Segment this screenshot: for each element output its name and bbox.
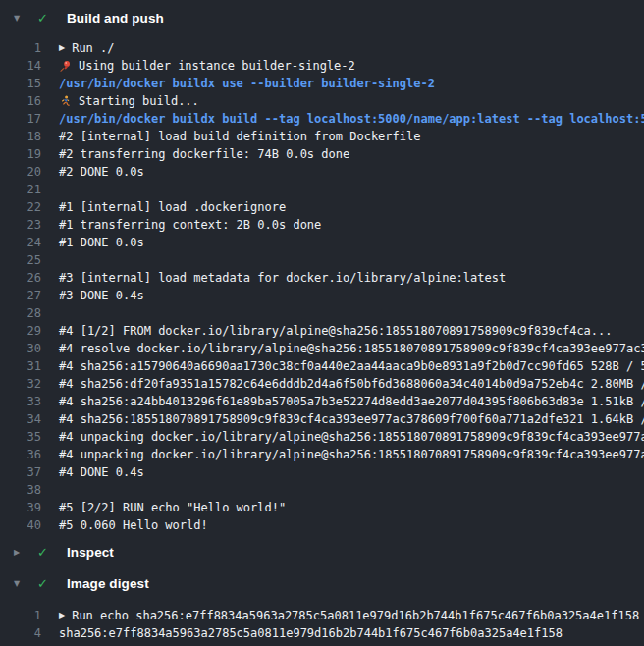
line-number[interactable]: 35 [0,428,41,446]
log-section-image-digest: ▼✓Image digest1▶Run echo sha256:e7ff8834… [0,573,644,642]
section-header-build-and-push[interactable]: ▼✓Build and push [0,8,644,27]
log-line: 22#1 [internal] load .dockerignore [0,198,644,216]
log-line: 1▶Run echo sha256:e7ff8834a5963a2785c5a0… [0,607,644,624]
line-number[interactable]: 1 [0,607,41,624]
line-number[interactable]: 38 [0,481,41,499]
line-number[interactable]: 32 [0,375,41,393]
line-number[interactable]: 31 [0,357,41,375]
log-line: 40#5 0.060 Hello world! [0,516,644,534]
line-number[interactable]: 16 [0,92,41,110]
log-text: #3 DONE 0.4s [59,287,144,304]
line-number[interactable]: 28 [0,304,41,322]
log-text: #1 DONE 0.0s [59,234,144,251]
log-text: #4 sha256:df20fa9351a15782c64e6dddb2d4a6… [59,375,644,393]
runner-emoji [59,92,73,110]
log-line: 32#4 sha256:df20fa9351a15782c64e6dddb2d4… [0,375,644,393]
log-line: 16Starting build... [0,92,644,110]
log-block: 1▶Run echo sha256:e7ff8834a5963a2785c5a0… [0,607,644,642]
command-text: /usr/bin/docker buildx build --tag local… [59,110,644,128]
line-number[interactable]: 14 [0,57,41,75]
line-number[interactable]: 19 [0,145,41,163]
log-line: 15/usr/bin/docker buildx use --builder b… [0,75,644,92]
line-number[interactable]: 24 [0,234,41,251]
run-step-label[interactable]: Run ./ [72,39,114,57]
pushpin-emoji [59,57,73,75]
run-step-label[interactable]: Run echo sha256:e7ff8834a5963a2785c5a081… [72,607,639,624]
log-line: 33#4 sha256:a24bb4013296f61e89ba57005a7b… [0,393,644,410]
log-line: 24#1 DONE 0.0s [0,234,644,251]
log-line: 21 [0,181,644,198]
log-text: #1 transferring context: 2B 0.0s done [59,216,321,234]
workflow-log-viewer: ▼✓Build and push1▶Run ./14Using builder … [0,0,644,646]
chevron-down-icon[interactable]: ▼ [14,14,27,23]
line-number[interactable]: 21 [0,181,41,198]
success-check-icon: ✓ [37,576,53,591]
line-number[interactable]: 20 [0,163,41,181]
line-number[interactable]: 30 [0,340,41,357]
log-line: 36#4 unpacking docker.io/library/alpine@… [0,446,644,463]
log-line: 28 [0,304,644,322]
log-line: 30#4 resolve docker.io/library/alpine@sh… [0,340,644,357]
log-block: 1▶Run ./14Using builder instance builder… [0,39,644,534]
log-text: #5 [2/2] RUN echo "Hello world!" [59,499,286,516]
section-title: Image digest [67,576,149,591]
command-text: /usr/bin/docker buildx use --builder bui… [59,75,435,92]
log-line: 25 [0,251,644,269]
log-text: #4 sha256:185518070891758909c9f839cf4ca3… [59,410,644,428]
line-number[interactable]: 25 [0,251,41,269]
log-text: #1 [internal] load .dockerignore [59,198,286,216]
expand-step-icon[interactable]: ▶ [59,607,65,624]
log-line: 29#4 [1/2] FROM docker.io/library/alpine… [0,322,644,340]
line-number[interactable]: 34 [0,410,41,428]
log-text: sha256:e7ff8834a5963a2785c5a0811e979d16b… [59,624,563,642]
chevron-down-icon[interactable]: ▼ [14,579,27,588]
section-title: Build and push [67,11,164,26]
log-line: 18#2 [internal] load build definition fr… [0,128,644,145]
log-line: 17/usr/bin/docker buildx build --tag loc… [0,110,644,128]
log-text: #4 sha256:a24bb4013296f61e89ba57005a7b3e… [59,393,644,410]
log-text: Using builder instance builder-single-2 [79,57,355,75]
line-number[interactable]: 36 [0,446,41,463]
success-check-icon: ✓ [37,11,53,26]
section-header-inspect[interactable]: ▶✓Inspect [0,542,644,562]
line-number[interactable]: 17 [0,110,41,128]
line-number[interactable]: 18 [0,128,41,145]
log-text: #4 sha256:a15790640a6690aa1730c38cf0a440… [59,357,644,375]
log-line: 39#5 [2/2] RUN echo "Hello world!" [0,499,644,516]
line-number[interactable]: 15 [0,75,41,92]
log-text: #4 [1/2] FROM docker.io/library/alpine@s… [59,322,613,340]
log-line: 20#2 DONE 0.0s [0,163,644,181]
line-number[interactable]: 27 [0,287,41,304]
log-text: #4 unpacking docker.io/library/alpine@sh… [59,446,644,463]
line-number[interactable]: 40 [0,516,41,534]
log-line: 14Using builder instance builder-single-… [0,57,644,75]
log-line: 31#4 sha256:a15790640a6690aa1730c38cf0a4… [0,357,644,375]
chevron-right-icon[interactable]: ▶ [14,548,27,557]
line-number[interactable]: 33 [0,393,41,410]
log-section-build-and-push: ▼✓Build and push1▶Run ./14Using builder … [0,8,644,534]
log-text: #5 0.060 Hello world! [59,516,208,534]
line-number[interactable]: 39 [0,499,41,516]
log-text: #2 transferring dockerfile: 74B 0.0s don… [59,145,349,163]
line-number[interactable]: 22 [0,198,41,216]
log-text: #3 [internal] load metadata for docker.i… [59,269,506,287]
line-number[interactable]: 1 [0,39,41,57]
line-number[interactable]: 29 [0,322,41,340]
line-number[interactable]: 4 [0,624,41,642]
log-line: 37#4 DONE 0.4s [0,463,644,481]
log-text: #2 DONE 0.0s [59,163,144,181]
log-line: 35#4 unpacking docker.io/library/alpine@… [0,428,644,446]
line-number[interactable]: 23 [0,216,41,234]
log-line: 23#1 transferring context: 2B 0.0s done [0,216,644,234]
log-text: #4 DONE 0.4s [59,463,144,481]
log-text: #4 resolve docker.io/library/alpine@sha2… [59,340,644,357]
log-text: #2 [internal] load build definition from… [59,128,420,145]
log-line: 1▶Run ./ [0,39,644,57]
line-number[interactable]: 26 [0,269,41,287]
expand-step-icon[interactable]: ▶ [59,39,65,57]
log-line: 19#2 transferring dockerfile: 74B 0.0s d… [0,145,644,163]
log-line: 38 [0,481,644,499]
success-check-icon: ✓ [37,545,53,560]
line-number[interactable]: 37 [0,463,41,481]
section-header-image-digest[interactable]: ▼✓Image digest [0,573,644,593]
